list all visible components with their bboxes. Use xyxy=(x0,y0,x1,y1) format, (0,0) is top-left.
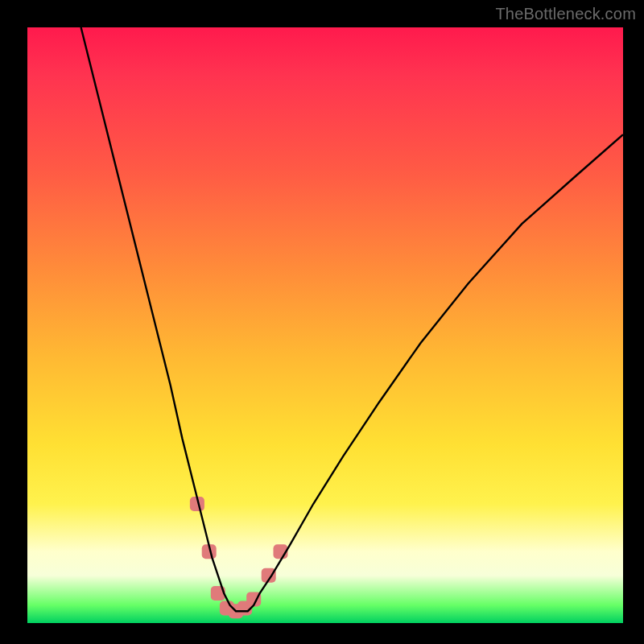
plot-area xyxy=(27,27,623,623)
markers-group xyxy=(190,497,288,618)
watermark-text: TheBottleneck.com xyxy=(495,5,636,23)
curve-svg xyxy=(27,27,623,623)
bottleneck-curve xyxy=(81,27,623,611)
chart-frame: TheBottleneck.com xyxy=(0,0,644,644)
